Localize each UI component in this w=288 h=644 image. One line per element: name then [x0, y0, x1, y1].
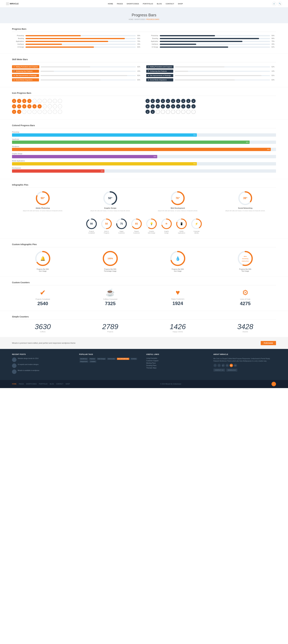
progress-item: Interfaces 33% [12, 43, 142, 45]
footer-about: About Miracle Mis Cole is a Drupal Craft… [214, 354, 276, 376]
linkedin-icon[interactable]: in [226, 364, 229, 367]
footer-col-title: About Miracle [214, 354, 276, 355]
progress-item: Applications 75% [12, 40, 142, 42]
gear-icon: ⚙ [214, 288, 276, 297]
icon-progress-section: Icon Progress Bars ● ● ● ● ○ ○ ○ ○ ○ ○ ●… [0, 87, 288, 120]
facebook-icon[interactable]: f [214, 364, 217, 367]
colored-item: Wordpress 98% [12, 146, 276, 151]
simple-counter-clients: 1426 Happy Clients [147, 322, 208, 332]
checkmark-icon: ✔ [12, 288, 74, 297]
pie-item-photoshop: 90% Adobe Photoshop aliquet elit nulla s… [12, 191, 74, 212]
custom-pie-percent: 100% Progress Bar WithPercentage Usage [80, 250, 141, 272]
copyright: © 2014 Miracle By Undisclosed [160, 383, 181, 385]
footer-link-item[interactable]: Donating Plans [146, 365, 209, 366]
bottom-nav-blog[interactable]: BLOG [50, 383, 54, 385]
social-icons: f t g+ in ▶ rss [214, 364, 276, 367]
search-icon[interactable]: 🔍 [278, 2, 282, 6]
section-title-counters: Custom Counters [12, 281, 276, 285]
bottom-nav-portfolio[interactable]: PORTFOLIO [39, 383, 48, 385]
youtube-icon[interactable]: ▶ [230, 364, 233, 367]
avatar [12, 370, 16, 374]
progress-grid: Photoshop 50% Branding 90% Applications … [12, 35, 276, 49]
custom-counters-section: Custom Counters ✔ Projects Completed 254… [0, 277, 288, 311]
pie-item-social: 39% Social Networking aliquet elit nulla… [214, 191, 276, 212]
nav-icons: 🛒 🔍 [272, 2, 282, 6]
nav-contact[interactable]: CONTACT [166, 3, 174, 5]
tag-themes[interactable]: Themes [89, 358, 96, 360]
footer-link-item[interactable]: Living Examples [146, 358, 209, 359]
counter-pie-work: 50 Work inProgress [100, 218, 112, 234]
icon-progress-left: ● ● ● ● ○ ○ ○ ○ ○ ○ ● ● ● ● ● ● ○ ○ ○ [12, 99, 142, 115]
counter-code: ⚙ Lines of Code 4275 [214, 288, 276, 306]
bottom-nav-shortcodes[interactable]: SHORTCODES [26, 383, 36, 385]
progress-bars-section: Progress Bars Photoshop 50% Branding 90%… [0, 23, 288, 54]
page-title: Progress Bars [6, 13, 282, 18]
counter-customers: ♥ Happy Customers 1924 [147, 288, 208, 306]
twitter-icon[interactable]: t [218, 364, 221, 367]
counter-pie-graphic: 👁 GraphicDesign [160, 218, 172, 234]
colored-item: Mobile Applications 70% [12, 160, 276, 166]
download-button[interactable]: DOWNLOAD [226, 368, 237, 372]
purchase-button[interactable]: PURCHASE [261, 341, 276, 345]
icon-progress-right: ▲ ▲ ▲ ▲ ▲ ▲ ▲ ▲ ▲ ▲ ▲ ▲ ▲ ▲ ▲ ▲ ▲ ▲ ▲ [146, 99, 276, 115]
colored-item: JavaScript 90% [12, 138, 276, 144]
tag-creative[interactable]: Creative [90, 360, 96, 362]
footer-link-item[interactable]: Customer Support [146, 360, 209, 362]
infographic-pies-section: Infographic Pies 90% Adobe Photoshop ali… [0, 179, 288, 239]
bottom-nav-contact[interactable]: CONTACT [56, 383, 64, 385]
tag-responsive[interactable]: Responsive [80, 360, 88, 362]
nav-blog[interactable]: BLOG [157, 3, 162, 5]
newsletter-section: Miracle is premium hand-crafted, pixel p… [0, 337, 288, 349]
tag-wordpress[interactable]: WordPress [80, 358, 88, 360]
footer-post-item: Miracle is available in wordpress [12, 370, 75, 374]
logo-icon [6, 2, 9, 5]
tag-webdesign[interactable]: Web Design [97, 358, 106, 360]
cart-icon[interactable]: 🛒 [272, 2, 276, 6]
footer-useful-links: Useful Links Living Examples Customer Su… [146, 354, 209, 376]
counter-pies-row: 90 ProjectsCompleted 50 Work inProgress … [12, 218, 276, 234]
progress-item: Interfaces 33% [146, 43, 276, 45]
footer-link-item[interactable]: Meeting Place [146, 362, 209, 364]
progress-item: Application 75% [146, 40, 276, 42]
skill-item: 🔍 Enhancing Seo Features 14% [146, 70, 276, 73]
bottom-nav-home[interactable]: HOME [12, 383, 16, 385]
footer-link-item[interactable]: Thematic Maps [146, 367, 209, 369]
google-icon[interactable]: g+ [222, 364, 225, 367]
nav-shop[interactable]: SHOP [178, 3, 183, 5]
custom-pies-section: Custom Infographic Pies 🔔 Progress Bar W… [0, 239, 288, 277]
icon-row: ● ● ● ● ○ ○ ○ ○ ○ ○ [12, 99, 142, 103]
bottom-nav-shop[interactable]: SHOP [66, 383, 70, 385]
hero-section: Progress Bars HOME / SHORTCODES / PROGRE… [0, 8, 288, 23]
tag-multipurpose[interactable]: MULTIPURPOSE [117, 358, 129, 360]
icon-row: ● ● ● ● ● ● ○ ○ ○ ○ [12, 104, 142, 108]
section-title-icon: Icon Progress Bars [12, 92, 276, 96]
bottom-bar: HOME PAGES SHORTCODES PORTFOLIO BLOG CON… [0, 380, 288, 388]
footer-post-item: UI experts and modern designs [12, 364, 75, 368]
rss-icon[interactable]: rss [234, 364, 237, 367]
footer-buttons: CONTACT US DOWNLOAD [214, 368, 276, 372]
footer: Recent Posts Website design trends for 2… [0, 349, 288, 380]
contact-button[interactable]: CONTACT US [214, 368, 225, 372]
nav-shortcodes[interactable]: SHORTCODES [126, 3, 139, 5]
logo-text: MIRACLE [10, 2, 18, 5]
colored-progress-list: Photoshop 70% JavaScript 90% Wordpress 9… [12, 131, 276, 173]
nav-pages[interactable]: PAGES [117, 3, 123, 5]
skill-item: 🏷 Adding Promotions and Coupons 52% [146, 65, 276, 68]
bottom-nav-pages[interactable]: PAGES [19, 383, 24, 385]
progress-group-left: Photoshop 50% Branding 90% Applications … [12, 35, 142, 49]
progress-group-right: Photoshop 50% Branding 90% Application 7… [146, 35, 276, 49]
scroll-top-button[interactable]: ↑ [272, 382, 276, 386]
skill-item: ★ Social Media Integrations 63% [146, 78, 276, 82]
large-pies-row: 90% Adobe Photoshop aliquet elit nulla s… [12, 191, 276, 212]
nav-home[interactable]: HOME [108, 3, 113, 5]
tag-shortcodes[interactable]: Shortcodes [107, 358, 116, 360]
footer-recent-posts: Recent Posts Website design trends for 2… [12, 354, 75, 376]
pie-item-graphic: 50% Graphic Design aliquet elit nulla se… [80, 191, 141, 212]
skill-item: ★ Social Media Integrations 63% [12, 78, 142, 82]
section-title-colored: Colored Progress Bars [12, 124, 276, 128]
skill-meter-section: Skill Meter Bars 🏷 Adding Promotions and… [0, 54, 288, 87]
custom-pie-bell: 🔔 Progress Bar WithIcon Usage [12, 250, 74, 272]
counter-pie-repeat: 65 RepeatCustomers [130, 218, 142, 234]
nav-portfolio[interactable]: PORTFOLIO [143, 3, 153, 5]
tag-portfolio[interactable]: Portfolio [130, 358, 137, 360]
